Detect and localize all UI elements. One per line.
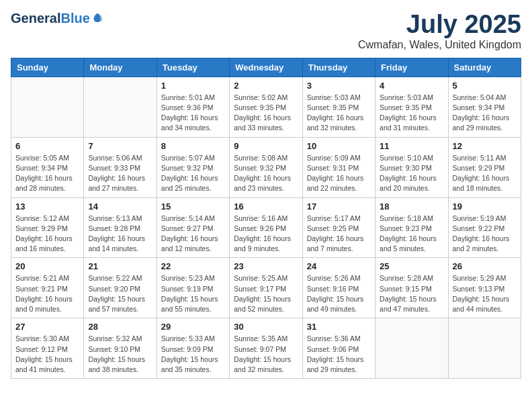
calendar-cell: 30Sunrise: 5:35 AM Sunset: 9:07 PM Dayli…: [230, 318, 302, 379]
calendar-cell: 22Sunrise: 5:23 AM Sunset: 9:19 PM Dayli…: [157, 258, 229, 318]
day-info: Sunrise: 5:01 AM Sunset: 9:36 PM Dayligh…: [161, 93, 225, 134]
calendar-cell: 16Sunrise: 5:16 AM Sunset: 9:26 PM Dayli…: [230, 197, 302, 258]
day-info: Sunrise: 5:11 AM Sunset: 9:29 PM Dayligh…: [453, 153, 517, 194]
day-info: Sunrise: 5:23 AM Sunset: 9:19 PM Dayligh…: [161, 273, 225, 314]
day-info: Sunrise: 5:08 AM Sunset: 9:32 PM Dayligh…: [234, 153, 298, 194]
day-info: Sunrise: 5:33 AM Sunset: 9:09 PM Dayligh…: [161, 334, 225, 375]
day-number: 29: [161, 322, 225, 332]
day-number: 26: [453, 261, 517, 271]
calendar-cell: 6Sunrise: 5:05 AM Sunset: 9:34 PM Daylig…: [11, 137, 84, 197]
calendar-week-1: 1Sunrise: 5:01 AM Sunset: 9:36 PM Daylig…: [11, 77, 521, 137]
day-info: Sunrise: 5:10 AM Sunset: 9:30 PM Dayligh…: [380, 153, 443, 194]
calendar-cell: 25Sunrise: 5:28 AM Sunset: 9:15 PM Dayli…: [375, 258, 448, 318]
day-number: 11: [380, 141, 443, 151]
calendar-cell: 23Sunrise: 5:25 AM Sunset: 9:17 PM Dayli…: [230, 258, 302, 318]
weekday-header-wednesday: Wednesday: [230, 58, 302, 77]
weekday-header-friday: Friday: [375, 58, 448, 77]
calendar-cell: 31Sunrise: 5:36 AM Sunset: 9:06 PM Dayli…: [302, 318, 375, 379]
calendar-cell: 4Sunrise: 5:03 AM Sunset: 9:35 PM Daylig…: [375, 77, 448, 137]
calendar-cell: 8Sunrise: 5:07 AM Sunset: 9:32 PM Daylig…: [157, 137, 229, 197]
weekday-header-thursday: Thursday: [302, 58, 375, 77]
calendar-cell: 21Sunrise: 5:22 AM Sunset: 9:20 PM Dayli…: [84, 258, 157, 318]
weekday-header-row: SundayMondayTuesdayWednesdayThursdayFrid…: [11, 58, 521, 77]
day-info: Sunrise: 5:30 AM Sunset: 9:12 PM Dayligh…: [15, 334, 79, 375]
day-info: Sunrise: 5:16 AM Sunset: 9:26 PM Dayligh…: [234, 214, 298, 255]
day-number: 14: [88, 201, 152, 212]
day-info: Sunrise: 5:12 AM Sunset: 9:29 PM Dayligh…: [15, 214, 79, 255]
calendar-cell: 15Sunrise: 5:14 AM Sunset: 9:27 PM Dayli…: [157, 197, 229, 258]
calendar-week-5: 27Sunrise: 5:30 AM Sunset: 9:12 PM Dayli…: [11, 318, 521, 379]
day-number: 15: [161, 201, 225, 212]
calendar-cell: 10Sunrise: 5:09 AM Sunset: 9:31 PM Dayli…: [302, 137, 375, 197]
weekday-header-saturday: Saturday: [448, 58, 521, 77]
day-number: 28: [88, 322, 152, 332]
calendar-cell: 9Sunrise: 5:08 AM Sunset: 9:32 PM Daylig…: [230, 137, 302, 197]
calendar-cell: 14Sunrise: 5:13 AM Sunset: 9:28 PM Dayli…: [84, 197, 157, 258]
day-info: Sunrise: 5:03 AM Sunset: 9:35 PM Dayligh…: [307, 93, 371, 134]
calendar-cell: 18Sunrise: 5:18 AM Sunset: 9:23 PM Dayli…: [375, 197, 448, 258]
day-info: Sunrise: 5:25 AM Sunset: 9:17 PM Dayligh…: [234, 273, 298, 314]
calendar-cell: 12Sunrise: 5:11 AM Sunset: 9:29 PM Dayli…: [448, 137, 521, 197]
day-number: 12: [453, 141, 517, 151]
calendar-cell: 19Sunrise: 5:19 AM Sunset: 9:22 PM Dayli…: [448, 197, 521, 258]
day-number: 7: [88, 141, 152, 151]
day-number: 25: [380, 261, 443, 271]
calendar-week-4: 20Sunrise: 5:21 AM Sunset: 9:21 PM Dayli…: [11, 258, 521, 318]
calendar-week-3: 13Sunrise: 5:12 AM Sunset: 9:29 PM Dayli…: [11, 197, 521, 258]
day-number: 23: [234, 261, 298, 271]
calendar-cell: 7Sunrise: 5:06 AM Sunset: 9:33 PM Daylig…: [84, 137, 157, 197]
day-info: Sunrise: 5:35 AM Sunset: 9:07 PM Dayligh…: [234, 334, 298, 375]
calendar-cell: 13Sunrise: 5:12 AM Sunset: 9:29 PM Dayli…: [11, 197, 84, 258]
weekday-header-sunday: Sunday: [11, 58, 84, 77]
day-info: Sunrise: 5:36 AM Sunset: 9:06 PM Dayligh…: [307, 334, 371, 375]
logo-icon: [91, 12, 103, 24]
weekday-header-tuesday: Tuesday: [157, 58, 229, 77]
day-info: Sunrise: 5:05 AM Sunset: 9:34 PM Dayligh…: [15, 153, 79, 194]
logo: GeneralBlue: [11, 11, 103, 26]
calendar-cell: 20Sunrise: 5:21 AM Sunset: 9:21 PM Dayli…: [11, 258, 84, 318]
weekday-header-monday: Monday: [84, 58, 157, 77]
day-info: Sunrise: 5:19 AM Sunset: 9:22 PM Dayligh…: [453, 214, 517, 255]
day-number: 9: [234, 141, 298, 151]
day-number: 1: [161, 81, 225, 91]
day-number: 24: [307, 261, 371, 271]
day-number: 4: [380, 81, 443, 91]
day-number: 17: [307, 201, 371, 212]
month-title: July 2025: [358, 11, 521, 39]
day-number: 13: [15, 201, 79, 212]
day-info: Sunrise: 5:02 AM Sunset: 9:35 PM Dayligh…: [234, 93, 298, 134]
calendar-cell: [84, 77, 157, 137]
day-info: Sunrise: 5:14 AM Sunset: 9:27 PM Dayligh…: [161, 214, 225, 255]
title-block: July 2025 Cwmafan, Wales, United Kingdom: [358, 11, 521, 51]
day-number: 21: [88, 261, 152, 271]
day-info: Sunrise: 5:06 AM Sunset: 9:33 PM Dayligh…: [88, 153, 152, 194]
day-number: 31: [307, 322, 371, 332]
day-info: Sunrise: 5:21 AM Sunset: 9:21 PM Dayligh…: [15, 273, 79, 314]
day-number: 30: [234, 322, 298, 332]
day-number: 2: [234, 81, 298, 91]
logo-general: GeneralBlue: [11, 11, 90, 26]
day-info: Sunrise: 5:07 AM Sunset: 9:32 PM Dayligh…: [161, 153, 225, 194]
day-info: Sunrise: 5:03 AM Sunset: 9:35 PM Dayligh…: [380, 93, 443, 134]
day-number: 16: [234, 201, 298, 212]
day-info: Sunrise: 5:26 AM Sunset: 9:16 PM Dayligh…: [307, 273, 371, 314]
day-number: 19: [453, 201, 517, 212]
calendar-cell: 17Sunrise: 5:17 AM Sunset: 9:25 PM Dayli…: [302, 197, 375, 258]
day-number: 3: [307, 81, 371, 91]
calendar-cell: [11, 77, 84, 137]
day-info: Sunrise: 5:04 AM Sunset: 9:34 PM Dayligh…: [453, 93, 517, 134]
calendar-cell: [375, 318, 448, 379]
calendar-cell: 24Sunrise: 5:26 AM Sunset: 9:16 PM Dayli…: [302, 258, 375, 318]
day-info: Sunrise: 5:28 AM Sunset: 9:15 PM Dayligh…: [380, 273, 443, 314]
calendar-cell: [448, 318, 521, 379]
day-number: 6: [15, 141, 79, 151]
day-info: Sunrise: 5:29 AM Sunset: 9:13 PM Dayligh…: [453, 273, 517, 314]
day-info: Sunrise: 5:18 AM Sunset: 9:23 PM Dayligh…: [380, 214, 443, 255]
day-info: Sunrise: 5:13 AM Sunset: 9:28 PM Dayligh…: [88, 214, 152, 255]
day-number: 20: [15, 261, 79, 271]
day-number: 27: [15, 322, 79, 332]
day-number: 10: [307, 141, 371, 151]
calendar-week-2: 6Sunrise: 5:05 AM Sunset: 9:34 PM Daylig…: [11, 137, 521, 197]
calendar-cell: 11Sunrise: 5:10 AM Sunset: 9:30 PM Dayli…: [375, 137, 448, 197]
day-number: 5: [453, 81, 517, 91]
